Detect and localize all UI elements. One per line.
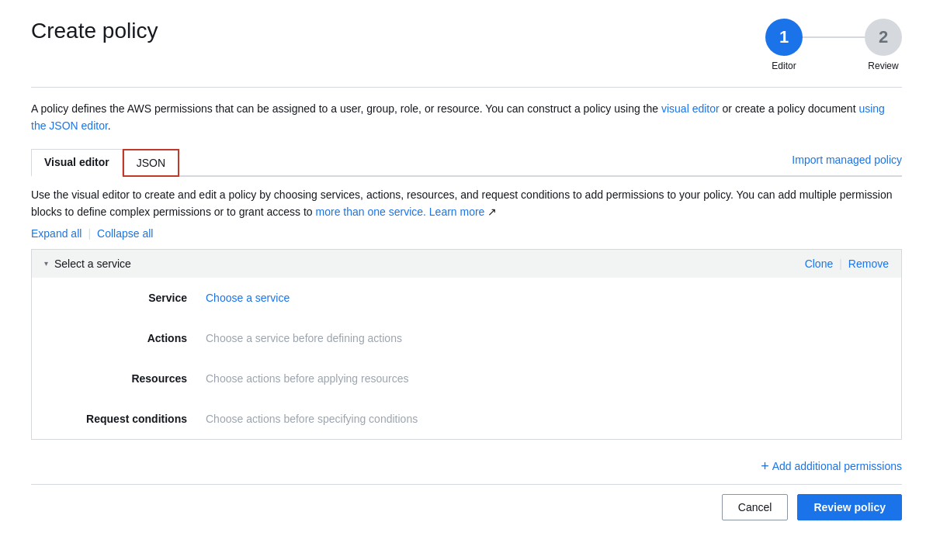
block-header-right: Clone | Remove: [805, 258, 889, 270]
block-header: ▾ Select a service Clone | Remove: [32, 250, 901, 278]
tab-json[interactable]: JSON: [123, 149, 179, 177]
block-header-title: Select a service: [54, 258, 131, 270]
service-row: Service Choose a service: [32, 278, 901, 318]
resources-label: Resources: [50, 372, 206, 385]
stepper: 1 Editor 2 Review: [765, 19, 902, 71]
step-1: 1 Editor: [765, 19, 803, 71]
intro-text: A policy defines the AWS permissions tha…: [31, 100, 902, 135]
request-conditions-row: Request conditions Choose actions before…: [32, 399, 901, 439]
more-than-one-service-link[interactable]: more than one service.: [316, 206, 426, 218]
resources-row: Resources Choose actions before applying…: [32, 358, 901, 399]
external-link-icon: ↗: [487, 206, 497, 218]
actions-label: Actions: [50, 332, 206, 344]
learn-more-link[interactable]: Learn more: [429, 206, 485, 218]
block-body: Service Choose a service Actions Choose …: [32, 278, 901, 439]
step-1-circle: 1: [765, 19, 803, 56]
tab-visual-editor[interactable]: Visual editor: [31, 149, 123, 177]
request-conditions-label: Request conditions: [50, 413, 206, 425]
add-permissions-label: Add additional permissions: [772, 460, 902, 472]
collapse-all-link[interactable]: Collapse all: [97, 227, 153, 240]
service-label: Service: [50, 292, 206, 304]
cancel-button[interactable]: Cancel: [722, 494, 789, 520]
step-1-label: Editor: [772, 60, 796, 71]
actions-row: Actions Choose a service before defining…: [32, 318, 901, 358]
plus-icon: +: [761, 458, 769, 475]
step-2-label: Review: [868, 60, 898, 71]
footer-actions: Cancel Review policy: [31, 484, 902, 520]
visual-editor-link[interactable]: visual editor: [661, 102, 720, 115]
step-2-circle: 2: [865, 19, 902, 56]
permission-block: ▾ Select a service Clone | Remove Servic…: [31, 249, 902, 440]
tabs-row: Visual editor JSON Import managed policy: [31, 147, 902, 177]
step-connector: [803, 36, 865, 38]
add-additional-permissions-link[interactable]: + Add additional permissions: [761, 458, 902, 475]
choose-service-link[interactable]: Choose a service: [206, 292, 290, 304]
json-editor-link[interactable]: using the JSON editor: [31, 102, 885, 132]
remove-link[interactable]: Remove: [848, 258, 889, 270]
header-divider: [31, 87, 902, 88]
editor-description: Use the visual editor to create and edit…: [31, 186, 902, 221]
review-policy-button[interactable]: Review policy: [797, 494, 902, 520]
actions-placeholder: Choose a service before defining actions: [206, 332, 402, 344]
clone-link[interactable]: Clone: [805, 258, 834, 270]
request-conditions-placeholder: Choose actions before specifying conditi…: [206, 413, 418, 425]
chevron-icon: ▾: [44, 259, 48, 268]
expand-separator: |: [88, 227, 91, 240]
import-managed-policy-link[interactable]: Import managed policy: [792, 154, 902, 169]
resources-placeholder: Choose actions before applying resources: [206, 372, 409, 385]
expand-collapse-row: Expand all | Collapse all: [31, 227, 902, 240]
tabs-container: Visual editor JSON: [31, 147, 179, 175]
expand-all-link[interactable]: Expand all: [31, 227, 82, 240]
page-title: Create policy: [31, 19, 158, 43]
add-permissions-row: + Add additional permissions: [31, 449, 902, 484]
step-2: 2 Review: [865, 19, 902, 71]
block-header-left: ▾ Select a service: [44, 258, 131, 270]
block-header-separator: |: [839, 258, 842, 270]
